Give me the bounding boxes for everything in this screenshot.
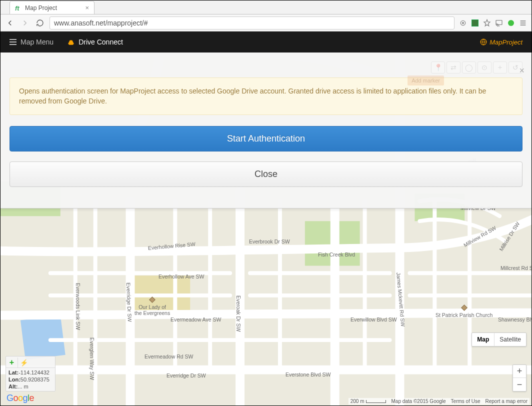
content-area: Everhollow Rise SWEverhollow Ave SWEverm… [0,52,532,406]
google-logo: Google [6,393,34,404]
browser-menu-icon[interactable] [518,18,528,28]
tool-shuffle-icon: ⇄ [446,62,460,74]
nav-map-menu-label: Map Menu [20,38,54,46]
zoom-in-button[interactable]: + [513,365,526,378]
attrib-terms-link[interactable]: Terms of Use [451,398,480,404]
location-icon[interactable] [458,18,468,28]
nav-drive-connect-label: Drive Connect [78,38,123,46]
lon-value: 50.9208375 [20,376,50,382]
svg-rect-5 [520,24,526,25]
svg-rect-4 [520,22,526,23]
panel-close-icon[interactable]: × [519,66,524,76]
dimmed-toolbar: 📍 ⇄ ◯ ⊙ ＋ ↺ [431,62,522,74]
alt-value: ... m [18,384,28,390]
cast-icon[interactable] [494,18,504,28]
browser-address-bar: www.anasoft.net/mapproject/# [0,14,532,32]
auth-info-box: Opens authentication screen for MapProje… [10,78,522,115]
lat-label: Lat: [8,370,18,376]
svg-rect-7 [10,42,16,42]
drive-icon [68,39,74,45]
bookmark-star-icon[interactable] [482,18,492,28]
svg-point-1 [462,22,464,24]
extension-icon[interactable] [470,18,480,28]
tool-pin-icon: 📍 [431,62,445,74]
alt-label: Alt: [8,384,18,390]
drive-connect-panel: 📍 ⇄ ◯ ⊙ ＋ ↺ Add marker × Opens authentic… [0,52,532,208]
app-header: Map Menu Drive Connect MapProject [0,32,532,52]
brand-logo: MapProject [480,38,522,46]
globe-icon [480,38,487,46]
favicon: ft [15,4,22,12]
tab-close-icon[interactable]: × [85,4,89,12]
scale-bar: 200 m [350,398,386,404]
lat-value: -114.124432 [18,370,50,376]
svg-rect-6 [10,39,16,40]
browser-tab-strip: ft Map Project × [0,0,532,14]
nav-drive-connect[interactable]: Drive Connect [68,38,123,46]
nav-map-menu[interactable]: Map Menu [10,38,54,46]
scale-label: 200 m [350,398,364,404]
nav-back-button[interactable] [4,18,16,28]
attrib-report-link[interactable]: Report a map error [486,398,528,404]
close-button[interactable]: Close [10,162,522,187]
extension-dot-icon[interactable] [506,18,516,28]
tool-target-icon: ⊙ [478,62,492,74]
nav-reload-button[interactable] [34,18,46,28]
tab-title: Map Project [25,4,57,12]
brand-label: MapProject [490,38,522,46]
list-icon [10,39,16,45]
attrib-data: Map data ©2015 Google [391,398,446,404]
coord-add-button[interactable]: + [6,358,18,368]
coord-bolt-button[interactable]: ⚡ [18,358,30,368]
start-authentication-button[interactable]: Start Authentication [10,126,522,152]
tool-circle-icon: ◯ [462,62,476,74]
url-input[interactable]: www.anasoft.net/mapproject/# [50,16,454,30]
url-text: www.anasoft.net/mapproject/# [54,19,450,27]
map-type-satellite[interactable]: Satellite [494,333,526,346]
lon-label: Lon: [8,376,20,382]
map-type-map[interactable]: Map [472,333,494,346]
svg-rect-3 [520,20,526,21]
zoom-out-button[interactable]: − [513,378,526,391]
coordinate-panel: + ⚡ Lat:-114.124432 Lon:50.9208375 Alt:.… [6,356,56,392]
zoom-control: + − [512,364,526,392]
nav-forward-button [20,18,30,28]
tool-plus-icon: ＋ [493,62,507,74]
address-bar-actions [458,18,528,28]
map-attribution: 200 m Map data ©2015 Google Terms of Use… [348,398,530,404]
svg-rect-8 [10,44,16,45]
browser-tab[interactable]: ft Map Project × [10,1,94,14]
map-type-control: Map Satellite [472,332,526,346]
